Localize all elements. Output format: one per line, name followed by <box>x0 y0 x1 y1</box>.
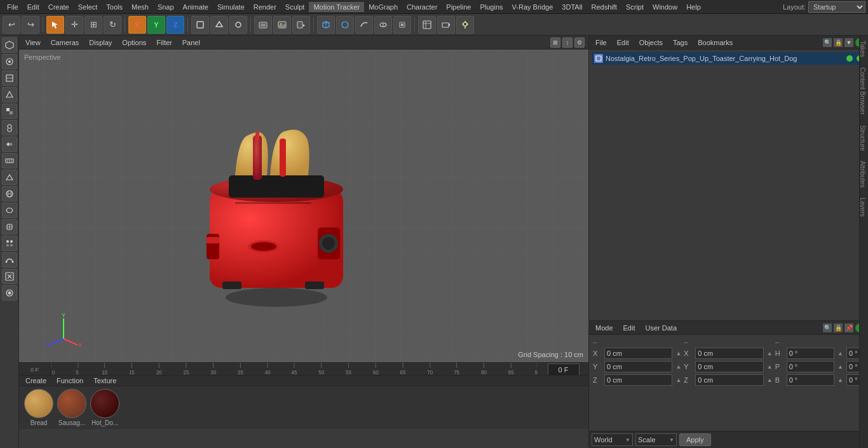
menu-mesh[interactable]: Mesh <box>127 2 153 12</box>
sidebar-btn-8[interactable] <box>2 153 17 168</box>
tab-structure[interactable]: Structure <box>860 120 868 156</box>
scale-tool-button[interactable]: ⊞ <box>85 16 102 34</box>
viewport-menu-cameras[interactable]: Cameras <box>48 37 82 48</box>
x-axis-button[interactable]: X <box>128 16 146 34</box>
move-tool-button[interactable]: ✛ <box>65 16 83 34</box>
object-mode-button[interactable] <box>191 16 209 34</box>
attr-y-pos-field[interactable]: 0 cm <box>604 361 672 372</box>
menu-edit[interactable]: Edit <box>23 2 44 12</box>
menu-pipeline[interactable]: Pipeline <box>442 2 475 12</box>
menu-create[interactable]: Create <box>44 2 74 12</box>
tab-takes[interactable]: Takes <box>860 36 868 62</box>
tab-layers[interactable]: Layers <box>860 193 868 222</box>
material-item-hotdog[interactable]: Hot_Do... <box>90 389 119 426</box>
render-region-button[interactable] <box>254 16 272 34</box>
menu-sculpt[interactable]: Sculpt <box>281 2 309 12</box>
rotate-tool-button[interactable]: ↻ <box>104 16 121 34</box>
sidebar-btn-16[interactable] <box>2 285 17 301</box>
viewport-canvas[interactable]: X Z Y Perspective Grid Spacing : 10 cm <box>19 50 588 362</box>
viewport-menu-view[interactable]: View <box>23 37 43 48</box>
menu-script[interactable]: Script <box>621 2 648 12</box>
material-menu-create[interactable]: Create <box>23 376 49 386</box>
material-menu-function[interactable]: Function <box>54 376 86 386</box>
om-menu-bookmarks[interactable]: Bookmarks <box>695 37 735 48</box>
object-visibility-dot[interactable] <box>846 55 853 62</box>
sidebar-btn-7[interactable] <box>2 137 17 152</box>
viewport-menu-panel[interactable]: Panel <box>180 37 203 48</box>
menu-redshift[interactable]: Redshift <box>587 2 621 12</box>
attr-menu-user-data[interactable]: User Data <box>643 323 680 333</box>
object-row-toaster[interactable]: Nostalgia_Retro_Series_Pop_Up_Toaster_Ca… <box>592 52 865 65</box>
menu-animate[interactable]: Animate <box>179 2 213 12</box>
sphere-button[interactable] <box>336 16 354 34</box>
sidebar-btn-14[interactable] <box>2 252 17 268</box>
attr-h-field[interactable]: 0 ° <box>787 348 834 359</box>
tab-content-browser[interactable]: Content Browser <box>860 62 868 119</box>
apply-button[interactable]: Apply <box>679 433 711 446</box>
attr-x-rot-field[interactable]: 0 cm <box>695 348 763 359</box>
cube-button[interactable] <box>317 16 335 34</box>
camera-button[interactable] <box>437 16 455 34</box>
nurbs-button[interactable] <box>374 16 392 34</box>
timeline-ruler[interactable]: 0 5 10 15 20 25 30 35 40 <box>51 363 538 377</box>
attr-p-field[interactable]: 0 ° <box>787 361 834 372</box>
timeline-frame-field[interactable] <box>548 363 580 376</box>
sidebar-btn-6[interactable] <box>2 120 17 135</box>
om-menu-file[interactable]: File <box>593 37 609 48</box>
om-search-icon[interactable]: 🔍 <box>823 38 832 47</box>
scale-dropdown[interactable]: Scale ▼ <box>635 433 677 446</box>
menu-tools[interactable]: Tools <box>102 2 127 12</box>
viewport-menu-display[interactable]: Display <box>86 37 114 48</box>
deformer-button[interactable] <box>393 16 411 34</box>
viewport-menu-options[interactable]: Options <box>119 37 149 48</box>
sidebar-btn-3[interactable] <box>2 71 17 86</box>
attr-menu-mode[interactable]: Mode <box>593 323 616 333</box>
point-mode-button[interactable] <box>210 16 228 34</box>
om-filter-icon[interactable]: ▼ <box>844 38 853 47</box>
attr-b-field[interactable]: 0 ° <box>787 374 834 386</box>
render-animation-button[interactable] <box>292 16 310 34</box>
viewport-lock-button[interactable]: ↕ <box>562 37 573 48</box>
viewport-maximize-button[interactable]: ⊠ <box>550 37 560 48</box>
z-axis-button[interactable]: Z <box>166 16 184 34</box>
world-dropdown[interactable]: World ▼ <box>592 433 633 446</box>
material-item-bread[interactable]: Bread <box>24 389 53 426</box>
menu-snap[interactable]: Snap <box>153 2 179 12</box>
om-menu-tags[interactable]: Tags <box>670 37 690 48</box>
menu-file[interactable]: File <box>3 2 23 12</box>
redo-button[interactable]: ↪ <box>22 16 39 34</box>
menu-plugins[interactable]: Plugins <box>475 2 507 12</box>
menu-select[interactable]: Select <box>74 2 102 12</box>
om-menu-edit[interactable]: Edit <box>614 37 632 48</box>
scene-button[interactable] <box>418 16 436 34</box>
layout-dropdown[interactable]: Startup <box>808 1 865 13</box>
menu-vray[interactable]: V-Ray Bridge <box>508 2 558 12</box>
sidebar-btn-11[interactable] <box>2 203 17 218</box>
light-button[interactable] <box>456 16 474 34</box>
menu-3dtall[interactable]: 3DTAll <box>557 2 587 12</box>
attr-search-icon[interactable]: 🔍 <box>823 323 832 332</box>
tab-attributes[interactable]: Attributes <box>860 156 868 193</box>
attr-x-pos-field[interactable]: 0 cm <box>604 348 672 359</box>
menu-mograph[interactable]: MoGraph <box>364 2 402 12</box>
undo-button[interactable]: ↩ <box>3 16 20 34</box>
attr-y-rot-field[interactable]: 0 cm <box>695 361 763 372</box>
render-picture-button[interactable] <box>273 16 291 34</box>
attr-z-pos-field[interactable]: 0 cm <box>604 374 672 386</box>
viewport-settings-button[interactable]: ⚙ <box>574 37 585 48</box>
select-tool-button[interactable] <box>46 16 64 34</box>
menu-motion-tracker[interactable]: Motion Tracker <box>309 2 364 12</box>
edge-mode-button[interactable] <box>229 16 247 34</box>
sidebar-btn-4[interactable] <box>2 87 17 102</box>
sidebar-btn-5[interactable] <box>2 104 17 119</box>
sidebar-btn-10[interactable] <box>2 186 17 201</box>
menu-character[interactable]: Character <box>402 2 442 12</box>
sidebar-btn-12[interactable] <box>2 219 17 234</box>
menu-render[interactable]: Render <box>249 2 281 12</box>
material-menu-texture[interactable]: Texture <box>91 376 119 386</box>
om-menu-objects[interactable]: Objects <box>637 37 665 48</box>
spline-button[interactable] <box>355 16 373 34</box>
sidebar-btn-9[interactable] <box>2 170 17 185</box>
sidebar-btn-13[interactable] <box>2 236 17 251</box>
attr-lock-icon[interactable]: 🔒 <box>834 323 843 332</box>
